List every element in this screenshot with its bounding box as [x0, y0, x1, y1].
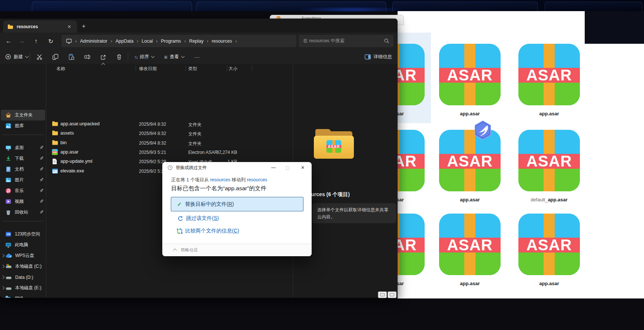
column-type[interactable]: 类型 — [188, 66, 197, 72]
breadcrumb-item-appdata[interactable]: AppData — [116, 39, 134, 44]
compare-files-option[interactable]: 比较两个文件的信息(C) — [176, 228, 239, 234]
expand-chevron-icon[interactable] — [1, 286, 5, 290]
share-button[interactable] — [98, 51, 109, 62]
asar-file-label[interactable]: app.asar — [516, 281, 582, 286]
copy-button[interactable] — [50, 51, 61, 62]
column-date[interactable]: 修改日期 — [139, 66, 157, 72]
refresh-button[interactable]: ↻ — [45, 36, 56, 47]
compare-icon — [176, 228, 183, 234]
source-link[interactable]: resources — [210, 177, 230, 182]
new-tab-button[interactable]: + — [79, 22, 88, 31]
dialog-minimize-button[interactable]: — — [267, 162, 280, 173]
breadcrumb-item-local[interactable]: Local — [142, 39, 153, 44]
sidebar-item-本地磁盘 (E:)[interactable]: 本地磁盘 (E:) — [1, 283, 45, 293]
column-size[interactable]: 大小 — [229, 66, 238, 72]
expand-chevron-icon[interactable] — [1, 254, 5, 258]
cut-button[interactable] — [34, 51, 45, 62]
view-button[interactable]: ≡ 查看 — [162, 51, 186, 62]
asar-file-icon[interactable]: ASAR — [439, 214, 501, 275]
search-input[interactable]: 在 resources 中搜索 — [299, 35, 394, 47]
sidebar-item-下载[interactable]: 下载 — [1, 153, 45, 164]
thispc-icon — [5, 242, 11, 248]
skip-file-option[interactable]: 跳过该文件(S) — [177, 215, 219, 222]
asar-file-icon[interactable]: ASAR — [518, 44, 580, 105]
sidebar-item-label: 下载 — [15, 155, 24, 162]
back-button[interactable]: ← — [3, 36, 14, 47]
sidebar-item-视频[interactable]: 视频 — [1, 196, 45, 207]
asar-file-label[interactable]: app.asar — [516, 111, 582, 116]
asar-file-icon[interactable]: ASAR — [398, 44, 425, 105]
sidebar-item-Data (D:)[interactable]: Data (D:) — [1, 272, 45, 283]
asar-file-label[interactable]: app.asar — [398, 281, 427, 286]
more-button[interactable]: ··· — [192, 51, 202, 62]
sidebar-item-主文件夹[interactable]: 主文件夹 — [1, 110, 45, 121]
delete-button[interactable] — [114, 51, 125, 62]
new-button[interactable]: 新建 — [3, 51, 30, 62]
dialog-close-button[interactable]: ✕ — [296, 162, 309, 173]
folder-file-icon — [52, 140, 58, 146]
asar-file-icon[interactable]: ASAR — [439, 44, 501, 105]
asar-file-label[interactable]: app.asar — [436, 111, 503, 116]
sidebar-item-图片[interactable]: 图片 — [1, 175, 45, 185]
sidebar-item-123同步空间[interactable]: 123123同步空间 — [1, 229, 45, 240]
asar-file-label[interactable]: app.asar — [436, 197, 503, 202]
sidebar-item-WPS云盘[interactable]: WPS云盘 — [1, 250, 45, 261]
pin-icon — [39, 188, 44, 193]
up-button[interactable]: ↑ — [30, 36, 42, 47]
asar-file-icon[interactable]: ASAR — [518, 214, 580, 275]
browser-ghost-tab-0[interactable] — [32, 1, 192, 11]
breadcrumb-item-administrator[interactable]: Administrator — [80, 39, 107, 44]
breadcrumb[interactable]: ›Administrator›AppData›Local›Programs›Re… — [62, 35, 296, 47]
asar-file-icon[interactable]: ASAR — [398, 130, 425, 191]
replace-file-option[interactable]: ✓ 替换目标中的文件(R) — [171, 197, 303, 211]
sidebar-item-此电脑[interactable]: 此电脑 — [1, 240, 45, 250]
browser-ghost-tab-2[interactable] — [392, 1, 538, 11]
target-link[interactable]: resources — [247, 177, 267, 182]
breadcrumb-item-replay[interactable]: Replay — [189, 39, 203, 44]
sidebar-item-图库[interactable]: 图库 — [1, 121, 45, 131]
dialog-titlebar[interactable]: 替换或跳过文件 — ▢ ✕ — [162, 162, 312, 173]
browser-ghost-tab-3[interactable] — [545, 1, 643, 11]
sort-button[interactable]: ↑↓ 排序 — [132, 51, 156, 62]
asar-file-label[interactable]: app.asar — [436, 281, 503, 286]
column-name[interactable]: 名称 — [56, 66, 65, 72]
sidebar-item-label: WPS云盘 — [15, 253, 34, 259]
search-icon[interactable] — [384, 38, 389, 44]
file-row-app.asar.unpacked[interactable]: app.asar.unpacked2025/9/4 8:32文件夹 — [50, 119, 293, 129]
expand-chevron-icon[interactable] — [1, 265, 5, 268]
sidebar-item-音乐[interactable]: 音乐 — [1, 185, 45, 196]
asar-file-label[interactable]: app.asar — [398, 197, 427, 202]
rename-button[interactable]: A — [82, 51, 93, 62]
forward-button[interactable]: → — [16, 36, 27, 47]
desktop-icon — [5, 145, 11, 151]
asar-file-icon[interactable]: ASAR — [518, 130, 580, 191]
sidebar-item-回收站[interactable]: 回收站 — [1, 207, 45, 218]
sidebar-item-本地磁盘 (C:)[interactable]: 本地磁盘 (C:) — [1, 261, 45, 272]
tab-close-icon[interactable]: ✕ — [66, 23, 73, 30]
sidebar-item-网络[interactable]: 网络 — [1, 293, 45, 298]
dialog-conflict-message: 目标已包含一个名为“app.asar”的文件 — [171, 185, 266, 192]
sidebar-item-label: 123同步空间 — [15, 231, 40, 237]
paste-button[interactable] — [66, 51, 77, 62]
file-row-app.asar[interactable]: ASARapp.asar2025/9/3 5:21Electron ASAR .… — [50, 148, 293, 157]
asar-file-label[interactable]: default_app.asar — [516, 197, 582, 202]
dialog-clock-icon — [167, 165, 173, 170]
breadcrumb-item-resources[interactable]: resources — [212, 39, 232, 44]
sidebar-item-文档[interactable]: 文档 — [1, 164, 45, 175]
file-row-bin[interactable]: bin2025/9/4 8:32文件夹 — [50, 138, 293, 148]
asar-file-label[interactable]: app.asar — [398, 111, 427, 116]
mini-widget-right[interactable] — [388, 291, 396, 298]
mini-widget-left[interactable] — [378, 291, 387, 298]
doc-icon — [5, 166, 11, 172]
sidebar-item-桌面[interactable]: 桌面 — [1, 142, 45, 153]
details-pane-button[interactable]: 详细信息 — [362, 51, 394, 62]
breadcrumb-item-programs[interactable]: Programs — [161, 39, 181, 44]
sidebar-item-label: 网络 — [15, 296, 24, 298]
sidebar-item-label: Data (D:) — [15, 275, 33, 280]
file-row-assets[interactable]: assets2025/9/4 8:32文件夹 — [50, 129, 293, 138]
dialog-footer-toggle[interactable]: 简略信息 — [162, 244, 312, 256]
asar-file-icon[interactable]: ASAR — [398, 214, 425, 275]
dialog-maximize-button[interactable]: ▢ — [281, 162, 294, 173]
expand-chevron-icon[interactable] — [1, 275, 5, 279]
explorer-tab-resources[interactable]: resources ✕ — [3, 20, 77, 33]
